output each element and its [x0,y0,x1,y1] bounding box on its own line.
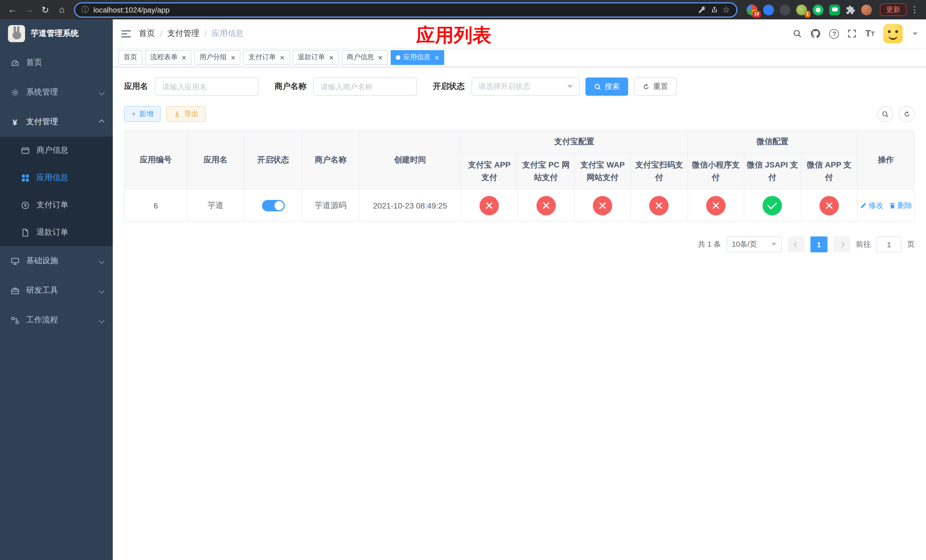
merchant-name-input[interactable] [313,77,417,96]
close-icon[interactable]: × [434,53,439,61]
extension-olive-icon[interactable]: 1 [796,4,807,15]
annotation-title: 应用列表 [416,23,491,48]
tab-refund-order[interactable]: 退款订单 × [292,50,339,65]
site-info-icon[interactable]: ⓘ [82,5,89,15]
share-icon[interactable] [710,6,718,14]
breadcrumb-payment[interactable]: 支付管理 [168,29,199,39]
extensions-cluster: 10 1 [742,4,876,15]
tab-label: 用户分组 [199,52,227,62]
sidebar-item-label: 工作流程 [26,315,58,325]
sidebar-item-app-info[interactable]: 应用信息 [0,164,113,191]
refresh-icon [903,110,910,118]
sidebar-item-home[interactable]: 首页 [0,48,113,77]
extension-chat-icon[interactable] [829,4,840,15]
status-select-placeholder: 请选择开启状态 [478,82,530,92]
search-icon [881,110,889,118]
cell-wx-jsapi [744,189,801,221]
app-title: 芋道管理系统 [31,29,79,39]
tab-label: 流程表单 [150,52,178,62]
status-toggle[interactable] [262,200,284,211]
tab-label: 支付订单 [248,52,276,62]
prev-page-button[interactable] [788,236,805,252]
chevron-down-icon[interactable] [913,32,917,35]
toggle-search-button[interactable] [877,106,893,122]
sidebar-item-system[interactable]: 系统管理 [0,77,113,107]
merchant-name-label: 商户名称 [274,82,306,92]
status-select[interactable]: 请选择开启状态 [472,77,580,96]
sidebar-item-payment[interactable]: ¥ 支付管理 [0,107,113,137]
help-icon[interactable]: ? [829,29,839,38]
back-button[interactable]: ← [5,2,20,17]
cell-alipay-wap [574,189,631,221]
cell-actions: 修改 删除 [857,189,914,221]
tab-process-form[interactable]: 流程表单 × [145,50,191,65]
col-header-create-time: 创建时间 [359,130,461,189]
reload-button[interactable]: ↻ [38,2,53,17]
col-header-status: 开启状态 [244,130,302,189]
col-header-wx-jsapi: 微信 JSAPI 支付 [744,153,801,189]
browser-toolbar: ← → ↻ ⌂ ⓘ ☆ 10 1 [0,0,926,20]
next-page-button[interactable] [833,236,850,252]
fullscreen-icon[interactable] [848,29,857,38]
sidebar-item-merchant-info[interactable]: 商户信息 [0,137,113,164]
extension-blue-icon[interactable] [763,4,774,15]
col-header-wx-app: 微信 APP 支付 [801,153,857,189]
refresh-table-button[interactable] [899,106,915,122]
plus-icon: + [132,110,136,118]
url-input[interactable] [94,5,693,14]
breadcrumb-home[interactable]: 首页 [139,29,155,39]
close-icon[interactable]: × [280,53,284,61]
search-icon[interactable] [793,29,802,38]
status-label: 开启状态 [433,82,465,92]
tab-app-info[interactable]: 应用信息 × [391,50,444,65]
close-icon[interactable]: × [329,53,333,61]
extension-colorwheel-icon[interactable]: 10 [747,4,757,15]
breadcrumb-separator: / [204,29,207,38]
extension-badge: 1 [804,11,810,17]
user-avatar[interactable] [883,24,903,43]
breadcrumb: 首页 / 支付管理 / 应用信息 [139,29,244,39]
tab-home[interactable]: 首页 [118,50,142,65]
forward-button[interactable]: → [21,2,36,17]
font-size-icon[interactable]: TT [865,29,875,38]
browser-menu-button[interactable]: ⋮ [908,5,921,15]
delete-link[interactable]: 删除 [889,200,912,210]
dashboard-icon [10,58,20,67]
browser-profile-avatar[interactable] [861,4,872,15]
sidebar-item-devtools[interactable]: 研发工具 [0,276,113,305]
export-button[interactable]: 导出 [166,106,206,122]
goto-page-input[interactable] [876,236,902,252]
password-key-icon[interactable] [698,6,706,14]
address-bar[interactable]: ⓘ ☆ [74,2,737,17]
reset-button[interactable]: 重置 [634,77,676,96]
sidebar-item-payment-order[interactable]: 支付订单 [0,191,113,219]
sidebar-item-infrastructure[interactable]: 基础设施 [0,246,113,276]
close-icon[interactable]: × [378,53,383,61]
tab-merchant-info[interactable]: 商户信息 × [342,50,388,65]
extensions-puzzle-icon[interactable] [846,5,855,15]
sidebar-item-refund-order[interactable]: 退款订单 [0,219,113,246]
app-name-input[interactable] [155,77,259,96]
home-button[interactable]: ⌂ [54,2,70,17]
add-button[interactable]: + 新增 [124,106,161,122]
edit-link[interactable]: 修改 [860,200,883,210]
sidebar-item-workflow[interactable]: 工作流程 [0,305,113,335]
close-icon[interactable]: × [182,53,186,61]
question-mark-icon: ? [829,29,839,38]
pencil-icon [860,202,867,209]
page-number-button[interactable]: 1 [810,236,828,252]
extension-wechat-devtools-icon[interactable] [813,4,823,15]
bookmark-star-icon[interactable]: ☆ [722,5,730,15]
close-icon[interactable]: × [231,53,235,61]
page-size-select[interactable]: 10条/页 [727,236,782,252]
tab-user-group[interactable]: 用户分组 × [194,50,240,65]
reset-button-label: 重置 [653,82,668,92]
browser-update-button[interactable]: 更新 [880,3,906,16]
extension-dark-icon[interactable] [780,4,790,15]
github-icon[interactable] [811,29,821,39]
app-logo[interactable]: 芋道管理系统 [0,20,113,48]
tab-payment-order[interactable]: 支付订单 × [244,50,290,65]
search-button[interactable]: 搜索 [586,77,628,96]
screen: ← → ↻ ⌂ ⓘ ☆ 10 1 [0,0,926,560]
hamburger-button[interactable] [121,29,131,38]
